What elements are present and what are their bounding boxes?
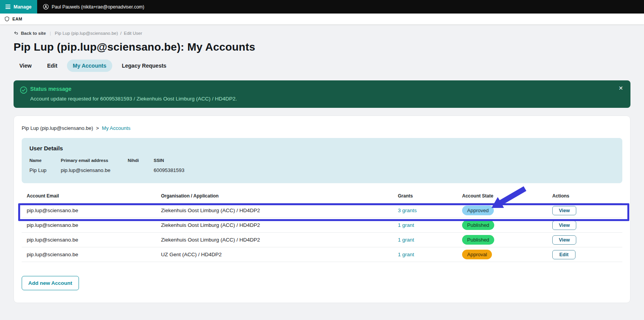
back-to-site-label: Back to site bbox=[21, 31, 46, 36]
eam-menu-item[interactable]: EAM bbox=[0, 14, 644, 24]
breadcrumb-separator: | bbox=[50, 31, 51, 36]
primary-tabs: View Edit My Accounts Legacy Requests bbox=[14, 60, 630, 72]
my-accounts-card: Pip Lup (pip.lup@sciensano.be) > My Acco… bbox=[14, 116, 630, 303]
grants-link[interactable]: 3 grants bbox=[398, 208, 417, 213]
eam-label: EAM bbox=[12, 17, 22, 21]
account-row: pip.lup@sciensano.be Ziekenhuis Oost Lim… bbox=[22, 233, 622, 247]
view-button[interactable]: View bbox=[552, 206, 576, 215]
breadcrumb-user-link[interactable]: Pip Lup (pip.lup@sciensano.be) bbox=[55, 31, 118, 36]
check-circle-icon bbox=[20, 86, 27, 102]
organisation-cell: UZ Gent (ACC) / HD4DP2 bbox=[156, 252, 393, 257]
field-label-ssin: SSIN bbox=[154, 158, 185, 163]
organisation-cell: Ziekenhuis Oost Limburg (ACC) / HD4DP2 bbox=[156, 208, 393, 213]
field-label-primary-email: Primary email address bbox=[61, 158, 128, 163]
hamburger-icon bbox=[5, 5, 10, 9]
organisation-cell: Ziekenhuis Oost Limburg (ACC) / HD4DP2 bbox=[156, 222, 393, 228]
breadcrumb-trail: Pip Lup (pip.lup@sciensano.be) / Edit Us… bbox=[55, 31, 142, 36]
breadcrumb: Back to site | Pip Lup (pip.lup@sciensan… bbox=[14, 31, 630, 36]
grants-link[interactable]: 1 grant bbox=[398, 252, 414, 257]
card-breadcrumb-separator: > bbox=[96, 125, 99, 131]
status-badge: Approved bbox=[462, 206, 494, 215]
user-details-title: User Details bbox=[29, 145, 615, 151]
status-message-content: Status message Account update requested … bbox=[30, 86, 237, 102]
view-button[interactable]: View bbox=[552, 235, 576, 245]
status-message: Status message Account update requested … bbox=[14, 80, 630, 108]
grants-link[interactable]: 1 grant bbox=[398, 222, 414, 228]
account-email-cell: pip.lup@sciensano.be bbox=[22, 208, 156, 213]
card-breadcrumb-my-accounts-link[interactable]: My Accounts bbox=[102, 125, 130, 131]
status-badge: Published bbox=[462, 235, 494, 245]
status-badge: Published bbox=[462, 220, 494, 230]
tab-my-accounts[interactable]: My Accounts bbox=[67, 60, 112, 72]
view-button[interactable]: View bbox=[552, 221, 576, 230]
tab-legacy-requests[interactable]: Legacy Requests bbox=[116, 60, 172, 72]
status-badge: Approval bbox=[462, 250, 492, 259]
manage-button[interactable]: Manage bbox=[0, 0, 37, 14]
header-account-email: Account Email bbox=[22, 193, 156, 199]
status-message-title: Status message bbox=[30, 86, 237, 92]
header-grants: Grants bbox=[393, 193, 457, 199]
account-email-cell: pip.lup@sciensano.be bbox=[22, 237, 156, 243]
organisation-cell: Ziekenhuis Oost Limburg (ACC) / HD4DP2 bbox=[156, 237, 393, 243]
breadcrumb-trail-separator: / bbox=[120, 31, 122, 36]
accounts-table: Account Email Organisation / Application… bbox=[22, 193, 622, 262]
status-message-body: Account update requested for 60095381593… bbox=[30, 96, 237, 102]
account-row: pip.lup@sciensano.be Ziekenhuis Oost Lim… bbox=[22, 203, 622, 218]
tab-edit[interactable]: Edit bbox=[41, 60, 63, 72]
account-email-cell: pip.lup@sciensano.be bbox=[22, 252, 156, 257]
grants-link[interactable]: 1 grant bbox=[398, 237, 414, 243]
admin-toolbar: Manage Paul Pauwels (nikita+rae@openadvi… bbox=[0, 0, 644, 14]
add-new-account-button[interactable]: Add new Account bbox=[22, 276, 79, 290]
account-row: pip.lup@sciensano.be Ziekenhuis Oost Lim… bbox=[22, 218, 622, 233]
account-row: pip.lup@sciensano.be UZ Gent (ACC) / HD4… bbox=[22, 247, 622, 262]
card-breadcrumb: Pip Lup (pip.lup@sciensano.be) > My Acco… bbox=[22, 125, 622, 131]
field-value-nihdi bbox=[128, 167, 154, 173]
user-details-grid: Name Pip Lup Primary email address pip.l… bbox=[29, 158, 615, 173]
breadcrumb-current: Edit User bbox=[124, 31, 142, 36]
edit-button[interactable]: Edit bbox=[552, 250, 575, 259]
card-breadcrumb-user: Pip Lup (pip.lup@sciensano.be) bbox=[22, 125, 93, 131]
eam-shield-icon bbox=[4, 16, 10, 22]
field-label-name: Name bbox=[29, 158, 61, 163]
page-content: Back to site | Pip Lup (pip.lup@sciensan… bbox=[0, 24, 644, 303]
user-details-panel: User Details Name Pip Lup Primary email … bbox=[22, 138, 622, 183]
close-icon[interactable]: ✕ bbox=[618, 85, 623, 91]
back-arrow-icon bbox=[14, 31, 19, 36]
tab-view[interactable]: View bbox=[14, 60, 38, 72]
field-label-nihdi: Nihdi bbox=[128, 158, 154, 163]
user-icon bbox=[43, 4, 49, 10]
accounts-table-header: Account Email Organisation / Application… bbox=[22, 193, 622, 203]
account-email-cell: pip.lup@sciensano.be bbox=[22, 222, 156, 228]
header-organisation-application: Organisation / Application bbox=[156, 193, 393, 199]
page-title: Pip Lup (pip.lup@sciensano.be): My Accou… bbox=[14, 41, 630, 53]
field-value-primary-email: pip.lup@sciensano.be bbox=[61, 167, 128, 173]
toolbar-user-label: Paul Pauwels (nikita+rae@openadviser.com… bbox=[52, 4, 144, 10]
field-value-name: Pip Lup bbox=[29, 167, 61, 173]
toolbar-user-menu[interactable]: Paul Pauwels (nikita+rae@openadviser.com… bbox=[37, 0, 150, 14]
back-to-site-link[interactable]: Back to site bbox=[14, 31, 46, 36]
header-actions: Actions bbox=[547, 193, 622, 199]
header-account-state: Account State bbox=[457, 193, 547, 199]
field-value-ssin: 60095381593 bbox=[154, 167, 185, 173]
manage-button-label: Manage bbox=[14, 4, 32, 10]
